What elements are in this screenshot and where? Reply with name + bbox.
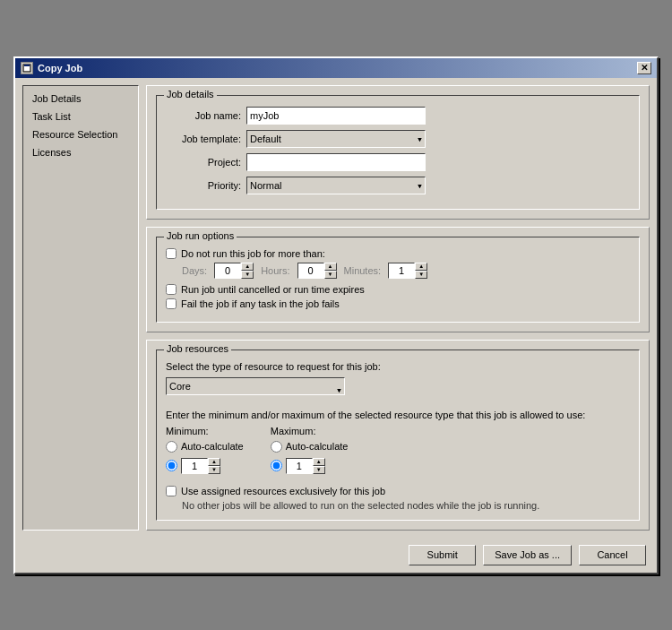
sidebar-item-job-details[interactable]: Job Details: [23, 90, 138, 108]
sidebar: Job Details Task List Resource Selection…: [22, 85, 139, 531]
enter-min-max-label: Enter the minimum and/or maximum of the …: [166, 410, 630, 420]
exclusive-checkbox-row: Use assigned resources exclusively for t…: [166, 486, 630, 496]
hours-down-button[interactable]: ▼: [324, 271, 337, 279]
days-spinner: ▲ ▼: [214, 263, 254, 279]
resource-type-select[interactable]: Core: [166, 377, 345, 395]
cancel-button[interactable]: Cancel: [579, 545, 646, 565]
main-content: Job details Job name: Job template: Defa…: [146, 85, 650, 531]
priority-select[interactable]: Normal High Low: [246, 177, 426, 194]
no-run-more-than-row: Do not run this job for more than:: [166, 248, 630, 259]
dialog-body: Job Details Task List Resource Selection…: [15, 78, 657, 538]
no-run-more-than-checkbox[interactable]: [166, 248, 177, 259]
days-down-button[interactable]: ▼: [241, 271, 254, 279]
title-bar: Copy Job ✕: [15, 58, 657, 78]
job-resources-inner: Job resources Select the type of resourc…: [156, 350, 640, 521]
hours-input[interactable]: [297, 263, 324, 279]
min-up-button[interactable]: ▲: [208, 458, 220, 466]
job-template-select[interactable]: Default: [246, 130, 426, 148]
time-spinners-row: Days: ▲ ▼ Hours: ▲: [166, 263, 630, 279]
copy-job-dialog: Copy Job ✕ Job Details Task List Resourc…: [13, 56, 659, 574]
select-type-label: Select the type of resource to request f…: [166, 361, 630, 372]
sidebar-item-resource-selection[interactable]: Resource Selection: [23, 125, 138, 143]
submit-button[interactable]: Submit: [409, 545, 476, 565]
minimum-label: Minimum:: [166, 426, 244, 436]
min-value-row: ▲ ▼: [166, 458, 244, 474]
job-template-wrapper: Default ▼: [246, 130, 426, 148]
no-run-more-than-label: Do not run this job for more than:: [181, 248, 325, 259]
max-value-row: ▲ ▼: [271, 458, 349, 474]
job-name-label: Job name:: [166, 110, 246, 121]
job-details-group: Job details Job name: Job template: Defa…: [146, 85, 650, 220]
priority-label: Priority:: [166, 180, 246, 191]
max-input[interactable]: [286, 458, 313, 474]
save-job-as-button[interactable]: Save Job as ...: [483, 545, 572, 565]
max-auto-calc-label: Auto-calculate: [286, 441, 349, 452]
svg-rect-1: [24, 66, 30, 71]
resource-type-wrapper: Core ▼: [166, 377, 345, 402]
job-resources-group: Job resources Select the type of resourc…: [146, 340, 650, 531]
min-spinner-buttons: ▲ ▼: [208, 458, 220, 474]
exclusive-note: No other jobs will be allowed to run on …: [166, 500, 630, 511]
close-button[interactable]: ✕: [637, 62, 651, 74]
days-spinner-buttons: ▲ ▼: [241, 263, 254, 279]
min-auto-calc-label: Auto-calculate: [181, 441, 244, 452]
max-spinner-buttons: ▲ ▼: [313, 458, 325, 474]
days-input[interactable]: [214, 263, 241, 279]
max-auto-calc-radio[interactable]: [271, 441, 282, 453]
days-up-button[interactable]: ▲: [241, 263, 254, 271]
exclusive-row: Use assigned resources exclusively for t…: [166, 486, 630, 511]
minutes-down-button[interactable]: ▼: [415, 271, 427, 279]
fail-job-checkbox[interactable]: [166, 298, 177, 309]
sidebar-item-task-list[interactable]: Task List: [23, 108, 138, 125]
dialog-title: Copy Job: [38, 63, 82, 73]
priority-row: Priority: Normal High Low ▼: [166, 177, 630, 194]
fail-job-label: Fail the job if any task in the job fail…: [181, 298, 340, 309]
max-down-button[interactable]: ▼: [313, 466, 325, 474]
priority-wrapper: Normal High Low ▼: [246, 177, 426, 194]
hours-up-button[interactable]: ▲: [324, 263, 337, 271]
job-details-label: Job details: [164, 89, 217, 99]
hours-spinner: ▲ ▼: [297, 263, 337, 279]
sidebar-item-licenses[interactable]: Licenses: [23, 143, 138, 161]
minutes-up-button[interactable]: ▲: [415, 263, 427, 271]
job-run-options-group: Job run options Do not run this job for …: [146, 227, 650, 332]
job-name-row: Job name:: [166, 107, 630, 125]
exclusive-label: Use assigned resources exclusively for t…: [181, 486, 385, 496]
min-input[interactable]: [181, 458, 208, 474]
hours-spinner-buttons: ▲ ▼: [324, 263, 337, 279]
hours-label: Hours:: [261, 265, 289, 276]
fail-job-row: Fail the job if any task in the job fail…: [166, 298, 630, 309]
job-run-options-label: Job run options: [164, 230, 237, 241]
run-until-cancelled-checkbox[interactable]: [166, 284, 177, 295]
dialog-footer: Submit Save Job as ... Cancel: [15, 538, 657, 573]
job-details-inner: Job details Job name: Job template: Defa…: [156, 95, 640, 210]
max-auto-calc-row: Auto-calculate: [271, 441, 349, 453]
min-value-radio[interactable]: [166, 460, 177, 471]
run-until-cancelled-row: Run job until cancelled or run time expi…: [166, 284, 630, 295]
min-down-button[interactable]: ▼: [208, 466, 220, 474]
minutes-input[interactable]: [388, 263, 415, 279]
min-auto-calc-radio[interactable]: [166, 441, 177, 453]
min-spinner: ▲ ▼: [181, 458, 220, 474]
project-row: Project:: [166, 153, 630, 171]
job-resources-label: Job resources: [164, 343, 231, 354]
min-max-row: Minimum: Auto-calculate ▲: [166, 426, 630, 477]
minimum-column: Minimum: Auto-calculate ▲: [166, 426, 244, 477]
run-until-cancelled-label: Run job until cancelled or run time expi…: [181, 284, 365, 295]
days-label: Days:: [182, 265, 207, 276]
resource-type-row: Core ▼: [166, 377, 630, 402]
project-label: Project:: [166, 157, 246, 168]
exclusive-checkbox[interactable]: [166, 486, 177, 496]
maximum-column: Maximum: Auto-calculate ▲: [271, 426, 349, 477]
job-name-input[interactable]: [246, 107, 426, 125]
max-value-radio[interactable]: [271, 460, 282, 471]
max-up-button[interactable]: ▲: [313, 458, 325, 466]
job-template-row: Job template: Default ▼: [166, 130, 630, 148]
job-run-options-inner: Job run options Do not run this job for …: [156, 237, 640, 323]
project-input[interactable]: [246, 153, 426, 171]
maximum-label: Maximum:: [271, 426, 349, 436]
minutes-spinner-buttons: ▲ ▼: [415, 263, 427, 279]
svg-rect-2: [24, 65, 30, 66]
job-template-label: Job template:: [166, 134, 246, 144]
minutes-label: Minutes:: [344, 265, 382, 276]
